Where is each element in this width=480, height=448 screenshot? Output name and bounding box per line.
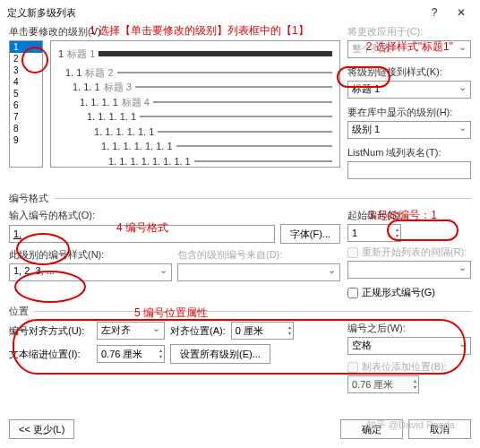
align-at-input[interactable] bbox=[232, 323, 293, 338]
level-item[interactable]: 2 bbox=[10, 53, 42, 65]
level-item[interactable]: 4 bbox=[10, 76, 42, 88]
align-select[interactable]: 左对齐 bbox=[97, 322, 165, 340]
follow-select[interactable]: 空格 bbox=[347, 337, 471, 355]
tab-input bbox=[348, 377, 418, 392]
level-item[interactable]: 7 bbox=[10, 111, 42, 123]
restart-check bbox=[347, 247, 358, 258]
position-legend: 位置 bbox=[9, 305, 34, 318]
level-listbox[interactable]: 1 2 3 4 5 6 7 8 9 bbox=[9, 40, 43, 168]
num-style-select[interactable]: 1, 2, 3, ... bbox=[9, 263, 172, 281]
link-style-label: 将级别链接到样式(K): bbox=[347, 65, 471, 79]
level-item[interactable]: 6 bbox=[10, 99, 42, 111]
close-button[interactable]: ✕ bbox=[450, 4, 473, 22]
titlebar: 定义新多级列表 ? ✕ bbox=[0, 0, 480, 25]
level-item[interactable]: 5 bbox=[10, 88, 42, 99]
num-style-label: 此级别的编号样式(N): bbox=[9, 248, 172, 262]
include-label: 包含的级别编号来自(D): bbox=[177, 248, 340, 262]
set-all-button[interactable]: 设置所有级别(E)... bbox=[170, 344, 270, 364]
watermark: 知乎 @David Panda bbox=[366, 418, 455, 432]
font-button[interactable]: 字体(F)... bbox=[280, 224, 340, 244]
legal-check[interactable] bbox=[347, 288, 358, 298]
apply-to-label: 将更改应用于(C): bbox=[347, 25, 471, 39]
preview-pane: 1标题 1 1. 1标题 2 1. 1. 1标题 3 1. 1. 1. 1标题 … bbox=[50, 40, 340, 168]
indent-input[interactable] bbox=[98, 347, 164, 361]
legal-label: 正规形式编号(G) bbox=[362, 286, 435, 299]
indent-label: 文本缩进位置(I): bbox=[9, 348, 91, 361]
tab-check bbox=[347, 362, 358, 373]
click-level-label: 单击要修改的级别(V): bbox=[9, 25, 340, 39]
num-fmt-input[interactable] bbox=[9, 225, 275, 243]
start-label: 起始编号(S): bbox=[347, 209, 471, 222]
restart-select bbox=[347, 261, 471, 279]
level-item[interactable]: 8 bbox=[10, 123, 42, 134]
listnum-input[interactable] bbox=[347, 161, 471, 179]
level-item[interactable]: 9 bbox=[10, 134, 42, 146]
show-in-label: 要在库中显示的级别(H): bbox=[347, 106, 471, 119]
follow-label: 编号之后(W): bbox=[347, 322, 471, 335]
align-at-label: 对齐位置(A): bbox=[170, 324, 226, 338]
less-button[interactable]: << 更少(L) bbox=[9, 419, 74, 439]
listnum-label: ListNum 域列表名(T): bbox=[347, 146, 471, 159]
help-button[interactable]: ? bbox=[423, 4, 446, 22]
apply-to-select[interactable]: 整个列表 bbox=[347, 40, 471, 58]
tab-label: 制表位添加位置(B): bbox=[362, 360, 447, 374]
align-label: 编号对齐方式(U): bbox=[9, 324, 91, 338]
numfmt-legend: 编号格式 bbox=[9, 192, 54, 205]
level-item[interactable]: 1 bbox=[10, 41, 42, 53]
restart-label: 重新开始列表的间隔(R): bbox=[362, 246, 467, 259]
show-in-select[interactable]: 级别 1 bbox=[347, 121, 471, 139]
dialog-title: 定义新多级列表 bbox=[7, 6, 76, 20]
start-input[interactable] bbox=[348, 226, 400, 240]
level-item[interactable]: 3 bbox=[10, 65, 42, 76]
include-select bbox=[177, 263, 340, 281]
enter-fmt-label: 输入编号的格式(O): bbox=[9, 209, 340, 222]
link-style-select[interactable]: 标题 1 bbox=[347, 81, 471, 99]
